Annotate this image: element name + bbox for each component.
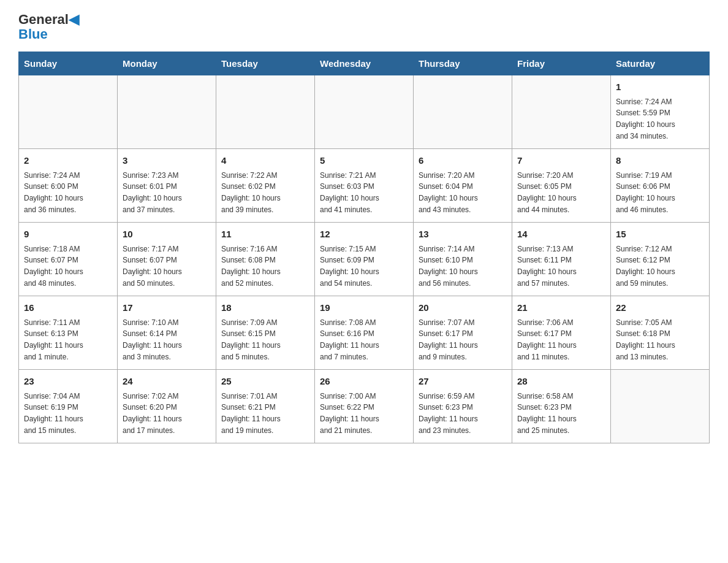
day-info: Sunrise: 7:20 AMSunset: 6:05 PMDaylight:… <box>517 170 605 215</box>
day-number: 17 <box>123 301 211 315</box>
day-number: 15 <box>616 228 704 242</box>
day-info: Sunrise: 7:19 AMSunset: 6:06 PMDaylight:… <box>616 170 704 215</box>
day-cell: 18Sunrise: 7:09 AMSunset: 6:15 PMDayligh… <box>216 296 315 370</box>
day-info: Sunrise: 7:06 AMSunset: 6:17 PMDaylight:… <box>517 317 605 362</box>
day-info: Sunrise: 7:02 AMSunset: 6:20 PMDaylight:… <box>123 391 211 436</box>
day-number: 10 <box>123 228 211 242</box>
day-cell: 28Sunrise: 6:58 AMSunset: 6:23 PMDayligh… <box>512 370 611 443</box>
day-cell <box>118 75 216 149</box>
day-info: Sunrise: 7:23 AMSunset: 6:01 PMDaylight:… <box>123 170 211 215</box>
calendar-table: SundayMondayTuesdayWednesdayThursdayFrid… <box>18 52 710 443</box>
day-number: 16 <box>24 301 112 315</box>
day-cell: 16Sunrise: 7:11 AMSunset: 6:13 PMDayligh… <box>19 296 118 370</box>
day-number: 27 <box>419 375 507 389</box>
day-info: Sunrise: 7:16 AMSunset: 6:08 PMDaylight:… <box>221 243 309 289</box>
col-header-monday: Monday <box>118 52 216 75</box>
day-info: Sunrise: 7:20 AMSunset: 6:04 PMDaylight:… <box>419 170 507 215</box>
col-header-thursday: Thursday <box>414 52 512 75</box>
day-number: 21 <box>517 301 605 315</box>
day-cell: 5Sunrise: 7:21 AMSunset: 6:03 PMDaylight… <box>315 149 414 223</box>
day-cell: 26Sunrise: 7:00 AMSunset: 6:22 PMDayligh… <box>315 370 414 443</box>
day-cell <box>414 75 512 149</box>
day-cell: 24Sunrise: 7:02 AMSunset: 6:20 PMDayligh… <box>118 370 216 443</box>
day-info: Sunrise: 7:09 AMSunset: 6:15 PMDaylight:… <box>221 317 309 362</box>
day-info: Sunrise: 7:22 AMSunset: 6:02 PMDaylight:… <box>221 170 309 215</box>
day-cell: 10Sunrise: 7:17 AMSunset: 6:07 PMDayligh… <box>118 223 216 296</box>
day-info: Sunrise: 7:18 AMSunset: 6:07 PMDaylight:… <box>24 243 112 289</box>
col-header-saturday: Saturday <box>611 52 710 75</box>
day-number: 18 <box>221 301 309 315</box>
week-row-3: 9Sunrise: 7:18 AMSunset: 6:07 PMDaylight… <box>19 223 710 296</box>
day-number: 22 <box>616 301 704 315</box>
day-info: Sunrise: 7:11 AMSunset: 6:13 PMDaylight:… <box>24 317 112 362</box>
day-info: Sunrise: 6:58 AMSunset: 6:23 PMDaylight:… <box>517 391 605 436</box>
day-cell: 2Sunrise: 7:24 AMSunset: 6:00 PMDaylight… <box>19 149 118 223</box>
day-number: 13 <box>419 228 507 242</box>
day-number: 14 <box>517 228 605 242</box>
day-cell <box>19 75 118 149</box>
day-number: 4 <box>221 154 309 168</box>
day-number: 9 <box>24 228 112 242</box>
day-number: 3 <box>123 154 211 168</box>
page-header: General◀ Blue <box>18 12 710 42</box>
day-number: 11 <box>221 228 309 242</box>
col-header-tuesday: Tuesday <box>216 52 315 75</box>
day-cell: 11Sunrise: 7:16 AMSunset: 6:08 PMDayligh… <box>216 223 315 296</box>
col-header-friday: Friday <box>512 52 611 75</box>
day-number: 12 <box>320 228 408 242</box>
day-cell <box>611 370 710 443</box>
day-info: Sunrise: 7:17 AMSunset: 6:07 PMDaylight:… <box>123 243 211 289</box>
day-cell: 6Sunrise: 7:20 AMSunset: 6:04 PMDaylight… <box>414 149 512 223</box>
day-cell: 14Sunrise: 7:13 AMSunset: 6:11 PMDayligh… <box>512 223 611 296</box>
day-cell: 12Sunrise: 7:15 AMSunset: 6:09 PMDayligh… <box>315 223 414 296</box>
day-number: 5 <box>320 154 408 168</box>
day-cell: 22Sunrise: 7:05 AMSunset: 6:18 PMDayligh… <box>611 296 710 370</box>
day-cell: 3Sunrise: 7:23 AMSunset: 6:01 PMDaylight… <box>118 149 216 223</box>
day-number: 6 <box>419 154 507 168</box>
day-cell: 21Sunrise: 7:06 AMSunset: 6:17 PMDayligh… <box>512 296 611 370</box>
day-number: 24 <box>123 375 211 389</box>
day-cell: 20Sunrise: 7:07 AMSunset: 6:17 PMDayligh… <box>414 296 512 370</box>
col-header-sunday: Sunday <box>19 52 118 75</box>
day-info: Sunrise: 7:04 AMSunset: 6:19 PMDaylight:… <box>24 391 112 436</box>
day-info: Sunrise: 7:00 AMSunset: 6:22 PMDaylight:… <box>320 391 408 436</box>
day-cell: 7Sunrise: 7:20 AMSunset: 6:05 PMDaylight… <box>512 149 611 223</box>
day-cell: 27Sunrise: 6:59 AMSunset: 6:23 PMDayligh… <box>414 370 512 443</box>
day-info: Sunrise: 7:07 AMSunset: 6:17 PMDaylight:… <box>419 317 507 362</box>
calendar-header-row: SundayMondayTuesdayWednesdayThursdayFrid… <box>19 52 710 75</box>
day-info: Sunrise: 7:10 AMSunset: 6:14 PMDaylight:… <box>123 317 211 362</box>
day-number: 1 <box>616 80 704 94</box>
day-cell: 1Sunrise: 7:24 AMSunset: 5:59 PMDaylight… <box>611 75 710 149</box>
week-row-5: 23Sunrise: 7:04 AMSunset: 6:19 PMDayligh… <box>19 370 710 443</box>
day-cell: 23Sunrise: 7:04 AMSunset: 6:19 PMDayligh… <box>19 370 118 443</box>
day-number: 26 <box>320 375 408 389</box>
day-cell: 17Sunrise: 7:10 AMSunset: 6:14 PMDayligh… <box>118 296 216 370</box>
week-row-1: 1Sunrise: 7:24 AMSunset: 5:59 PMDaylight… <box>19 75 710 149</box>
logo-general: General <box>18 12 69 27</box>
day-number: 23 <box>24 375 112 389</box>
logo-blue: Blue <box>18 26 48 42</box>
day-cell <box>216 75 315 149</box>
day-info: Sunrise: 7:21 AMSunset: 6:03 PMDaylight:… <box>320 170 408 215</box>
week-row-4: 16Sunrise: 7:11 AMSunset: 6:13 PMDayligh… <box>19 296 710 370</box>
day-info: Sunrise: 7:14 AMSunset: 6:10 PMDaylight:… <box>419 243 507 289</box>
logo-triangle: ◀ <box>69 12 79 27</box>
day-number: 7 <box>517 154 605 168</box>
day-info: Sunrise: 7:24 AMSunset: 6:00 PMDaylight:… <box>24 170 112 215</box>
col-header-wednesday: Wednesday <box>315 52 414 75</box>
day-cell <box>315 75 414 149</box>
day-info: Sunrise: 7:08 AMSunset: 6:16 PMDaylight:… <box>320 317 408 362</box>
day-info: Sunrise: 7:15 AMSunset: 6:09 PMDaylight:… <box>320 243 408 289</box>
day-number: 19 <box>320 301 408 315</box>
day-cell: 8Sunrise: 7:19 AMSunset: 6:06 PMDaylight… <box>611 149 710 223</box>
day-info: Sunrise: 7:05 AMSunset: 6:18 PMDaylight:… <box>616 317 704 362</box>
day-info: Sunrise: 7:13 AMSunset: 6:11 PMDaylight:… <box>517 243 605 289</box>
day-number: 8 <box>616 154 704 168</box>
logo: General◀ Blue <box>18 12 79 42</box>
day-info: Sunrise: 7:24 AMSunset: 5:59 PMDaylight:… <box>616 96 704 142</box>
day-cell: 19Sunrise: 7:08 AMSunset: 6:16 PMDayligh… <box>315 296 414 370</box>
day-info: Sunrise: 7:12 AMSunset: 6:12 PMDaylight:… <box>616 243 704 289</box>
day-number: 28 <box>517 375 605 389</box>
day-info: Sunrise: 7:01 AMSunset: 6:21 PMDaylight:… <box>221 391 309 436</box>
day-number: 25 <box>221 375 309 389</box>
